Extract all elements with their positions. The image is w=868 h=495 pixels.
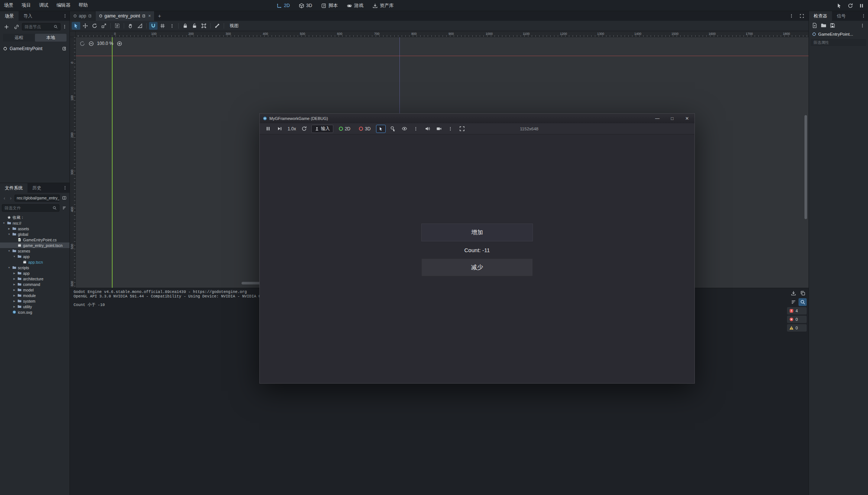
menu-editor[interactable]: 编辑器 xyxy=(52,0,75,11)
file-tree-item[interactable]: game_entry_point.tscn xyxy=(0,242,69,248)
expand-arrow-icon[interactable]: ▶ xyxy=(13,289,16,292)
expand-viewport-icon[interactable] xyxy=(797,12,806,20)
skeleton-options-icon[interactable] xyxy=(213,22,221,30)
tab-history[interactable]: 历史 xyxy=(27,183,46,193)
tab-list-icon[interactable] xyxy=(787,12,796,20)
file-tree-item[interactable]: GameEntryPoint.cs xyxy=(0,237,69,242)
context-tab-game[interactable]: 游戏 xyxy=(343,0,367,11)
message-count-badge[interactable]: 4 xyxy=(787,307,807,315)
expand-arrow-icon[interactable]: ▶ xyxy=(13,277,16,280)
remote-button[interactable]: 远程 xyxy=(3,34,35,42)
grid-snap-icon[interactable] xyxy=(158,22,167,30)
move-tool-icon[interactable] xyxy=(81,22,90,30)
filter-properties-input[interactable]: 筛选属性 xyxy=(811,39,866,46)
file-tree-item[interactable]: ▶command xyxy=(0,281,69,287)
menu-help[interactable]: 帮助 xyxy=(75,0,92,11)
context-tab-3d[interactable]: 3D xyxy=(295,0,315,11)
tab-scene[interactable]: 场景 xyxy=(0,11,19,21)
next-frame-icon[interactable] xyxy=(275,125,284,133)
local-button[interactable]: 本地 xyxy=(35,34,67,42)
tab-signals[interactable]: 信号 xyxy=(832,11,851,21)
save-resource-icon[interactable] xyxy=(828,22,836,29)
split-view-icon[interactable] xyxy=(61,194,68,202)
file-tree-item[interactable]: ▶utility xyxy=(0,304,69,309)
attached-script-icon[interactable] xyxy=(62,46,67,51)
file-tree-item[interactable]: ▶system xyxy=(0,298,69,304)
file-tree-item[interactable]: ▼scripts xyxy=(0,265,69,270)
box-select-icon[interactable] xyxy=(113,22,122,30)
lock-node-icon[interactable] xyxy=(181,22,190,30)
measure-tool-icon[interactable] xyxy=(136,22,144,30)
tab-import[interactable]: 导入 xyxy=(19,11,37,21)
camera-override-icon[interactable] xyxy=(434,125,443,133)
context-tab-script[interactable]: 脚本 xyxy=(318,0,341,11)
file-tree-item[interactable]: ▶architecture xyxy=(0,276,69,281)
new-scene-tab-icon[interactable]: + xyxy=(155,11,164,21)
scene-tree-options-icon[interactable] xyxy=(62,23,68,31)
time-scale-value[interactable]: 1.0x xyxy=(286,126,297,131)
file-tree-item[interactable]: ▼res:// xyxy=(0,220,69,226)
node-picker-icon[interactable] xyxy=(388,125,397,133)
canvas-vertical-scrollbar[interactable] xyxy=(804,115,807,219)
error-count-badge[interactable]: 0 xyxy=(787,316,807,323)
file-tree-item[interactable]: ▶app xyxy=(0,270,69,276)
current-path-field[interactable]: res://global/game_entry_p xyxy=(14,195,60,202)
copy-log-icon[interactable] xyxy=(799,289,807,297)
expand-arrow-icon[interactable]: ▼ xyxy=(7,233,11,235)
filter-files-input[interactable]: 筛选文件 xyxy=(2,204,59,212)
expand-arrow-icon[interactable]: ▶ xyxy=(13,283,16,286)
unlock-node-icon[interactable] xyxy=(190,22,199,30)
expand-arrow-icon[interactable]: ▶ xyxy=(7,227,11,230)
fullscreen-icon[interactable] xyxy=(457,125,466,133)
expand-arrow-icon[interactable]: ▼ xyxy=(7,250,11,252)
select-cursor-icon[interactable] xyxy=(835,1,843,10)
audio-icon[interactable] xyxy=(423,125,432,133)
smart-snap-icon[interactable] xyxy=(149,22,158,30)
file-tree-item[interactable]: ▶model xyxy=(0,287,69,293)
instance-scene-icon[interactable] xyxy=(12,23,21,31)
expand-arrow-icon[interactable]: ▶ xyxy=(13,272,16,275)
group-node-icon[interactable] xyxy=(200,22,208,30)
suspend-game-icon[interactable] xyxy=(263,125,272,133)
scene-tab-app[interactable]: app xyxy=(70,11,95,21)
dock-options-icon[interactable] xyxy=(61,11,69,21)
scene-tab-game-entry-point[interactable]: game_entry_point × xyxy=(95,11,155,21)
add-node-icon[interactable] xyxy=(2,23,11,31)
context-tab-2d[interactable]: 2D xyxy=(273,0,293,11)
close-tab-icon[interactable]: × xyxy=(148,13,151,19)
file-tree-item[interactable]: ▼app xyxy=(0,254,69,259)
expand-arrow-icon[interactable]: ▶ xyxy=(13,305,16,308)
save-log-icon[interactable] xyxy=(789,289,797,297)
2d-mode-toggle[interactable]: 2D xyxy=(336,125,353,133)
dock-options-icon[interactable] xyxy=(859,11,868,21)
file-tree-item[interactable]: app.tscn xyxy=(0,259,69,265)
new-resource-icon[interactable] xyxy=(810,22,819,29)
select-tool-icon[interactable] xyxy=(72,22,80,30)
zoom-level[interactable]: 100.0 % xyxy=(97,41,113,46)
menu-project[interactable]: 项目 xyxy=(17,0,35,11)
visibility-icon[interactable] xyxy=(400,125,409,133)
game-window-titlebar[interactable]: MyGFrameworkGame (DEBUG) — □ ✕ xyxy=(260,114,694,123)
input-mode-toggle[interactable]: 输入 xyxy=(311,125,333,133)
rotate-tool-icon[interactable] xyxy=(90,22,99,30)
filter-messages-icon[interactable] xyxy=(789,298,797,306)
expand-arrow-icon[interactable]: ▼ xyxy=(13,255,16,258)
file-tree-item[interactable]: ▼global xyxy=(0,231,69,237)
3d-mode-toggle[interactable]: 3D xyxy=(356,125,373,133)
more-options-icon[interactable] xyxy=(446,125,455,133)
nav-back-icon[interactable]: ‹ xyxy=(2,195,7,201)
scene-tree-node-root[interactable]: GameEntryPoint xyxy=(0,45,69,53)
nav-forward-icon[interactable]: › xyxy=(8,195,13,201)
expand-arrow-icon[interactable]: ▼ xyxy=(2,222,6,224)
file-tree-item[interactable]: ▼scenes xyxy=(0,248,69,254)
pan-tool-icon[interactable] xyxy=(126,22,135,30)
reset-speed-icon[interactable] xyxy=(300,125,309,133)
tab-inspector[interactable]: 检查器 xyxy=(809,11,832,21)
minimize-window-icon[interactable]: — xyxy=(650,114,665,123)
search-messages-icon[interactable] xyxy=(799,298,807,306)
warning-count-badge[interactable]: 0 xyxy=(787,324,807,332)
expand-arrow-icon[interactable]: ▶ xyxy=(13,300,16,303)
file-tree-item[interactable]: ▶assets xyxy=(0,226,69,231)
zoom-out-icon[interactable] xyxy=(88,39,94,48)
expand-arrow-icon[interactable]: ▶ xyxy=(13,294,16,297)
